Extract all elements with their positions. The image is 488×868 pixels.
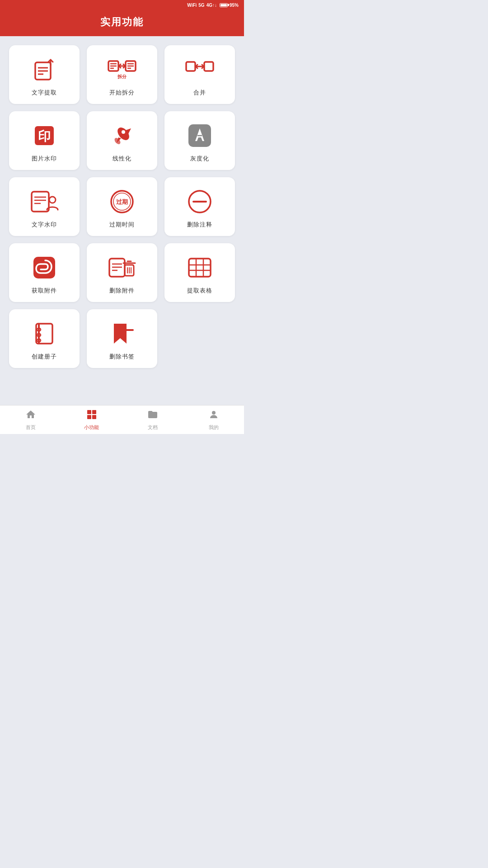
delete-bookmark-icon bbox=[108, 319, 136, 348]
feature-merge[interactable]: 合并 bbox=[164, 45, 235, 104]
expire-time-icon: 过期 bbox=[108, 187, 136, 216]
get-attachment-label: 获取附件 bbox=[32, 287, 57, 295]
get-attachment-icon bbox=[30, 253, 59, 282]
svg-point-29 bbox=[49, 197, 56, 203]
feature-delete-attachment[interactable]: 删除附件 bbox=[87, 243, 157, 302]
svg-rect-15 bbox=[186, 62, 195, 71]
merge-icon bbox=[185, 55, 214, 84]
feature-text-watermark[interactable]: 文字水印 bbox=[9, 177, 80, 236]
linearize-label: 线性化 bbox=[113, 155, 131, 163]
delete-attachment-label: 删除附件 bbox=[109, 287, 135, 295]
text-extract-icon bbox=[30, 55, 59, 84]
svg-rect-25 bbox=[32, 192, 49, 212]
nav-home-label: 首页 bbox=[26, 424, 36, 431]
svg-text:过期: 过期 bbox=[116, 198, 128, 205]
feature-text-extract[interactable]: 文字提取 bbox=[9, 45, 80, 104]
grayscale-icon bbox=[185, 121, 214, 150]
svg-point-21 bbox=[122, 130, 125, 134]
image-watermark-icon: 印 bbox=[30, 121, 59, 150]
svg-rect-16 bbox=[204, 62, 213, 71]
delete-annotation-icon bbox=[185, 187, 214, 216]
text-watermark-icon bbox=[30, 187, 59, 216]
nav-mine[interactable]: 我的 bbox=[183, 406, 244, 434]
create-portfolio-label: 创建册子 bbox=[32, 353, 57, 361]
feature-get-attachment[interactable]: 获取附件 bbox=[9, 243, 80, 302]
merge-label: 合并 bbox=[193, 89, 206, 97]
nav-home[interactable]: 首页 bbox=[0, 406, 61, 434]
feature-image-watermark[interactable]: 印 图片水印 bbox=[9, 111, 80, 170]
text-extract-label: 文字提取 bbox=[32, 89, 57, 97]
text-watermark-label: 文字水印 bbox=[32, 221, 57, 229]
split-label: 开始拆分 bbox=[109, 89, 135, 97]
svg-rect-58 bbox=[92, 410, 96, 414]
extract-table-icon bbox=[185, 253, 214, 282]
extract-table-label: 提取表格 bbox=[187, 287, 212, 295]
feature-delete-annotation[interactable]: 删除注释 bbox=[164, 177, 235, 236]
status-bar: WiFi 5G 4G↑↓ 95% bbox=[0, 0, 244, 10]
split-icon: 拆分 bbox=[108, 55, 136, 84]
nav-features-label: 小功能 bbox=[84, 424, 99, 431]
delete-annotation-label: 删除注释 bbox=[187, 221, 212, 229]
home-icon bbox=[25, 409, 36, 423]
grayscale-label: 灰度化 bbox=[190, 155, 209, 163]
feature-grid: 文字提取 拆分 bbox=[9, 45, 235, 368]
image-watermark-label: 图片水印 bbox=[32, 155, 57, 163]
linearize-icon bbox=[108, 121, 136, 150]
signal-5g: 5G bbox=[198, 3, 204, 8]
svg-text:印: 印 bbox=[38, 129, 51, 143]
page-title: 实用功能 bbox=[9, 15, 235, 29]
feature-create-portfolio[interactable]: 创建册子 bbox=[9, 309, 80, 368]
battery-icon bbox=[220, 3, 228, 7]
wifi-icon: WiFi bbox=[187, 3, 197, 8]
delete-bookmark-label: 删除书签 bbox=[109, 353, 135, 361]
svg-rect-46 bbox=[189, 259, 211, 277]
page-header: 实用功能 bbox=[0, 10, 244, 36]
bottom-navigation: 首页 小功能 文档 我的 bbox=[0, 405, 244, 434]
svg-rect-60 bbox=[92, 415, 96, 419]
delete-attachment-icon bbox=[108, 253, 136, 282]
svg-rect-57 bbox=[87, 410, 91, 414]
nav-documents[interactable]: 文档 bbox=[122, 406, 183, 434]
create-portfolio-icon bbox=[30, 319, 59, 348]
expire-time-label: 过期时间 bbox=[109, 221, 135, 229]
nav-mine-label: 我的 bbox=[209, 424, 219, 431]
feature-extract-table[interactable]: 提取表格 bbox=[164, 243, 235, 302]
feature-linearize[interactable]: 线性化 bbox=[87, 111, 157, 170]
documents-icon bbox=[147, 409, 158, 423]
nav-documents-label: 文档 bbox=[148, 424, 158, 431]
nav-features[interactable]: 小功能 bbox=[61, 406, 122, 434]
feature-expire-time[interactable]: 过期 过期时间 bbox=[87, 177, 157, 236]
signal-4g: 4G↑↓ bbox=[206, 3, 217, 8]
mine-icon bbox=[208, 409, 219, 423]
feature-delete-bookmark[interactable]: 删除书签 bbox=[87, 309, 157, 368]
features-icon bbox=[86, 409, 97, 423]
feature-grayscale[interactable]: 灰度化 bbox=[164, 111, 235, 170]
main-content: 文字提取 拆分 bbox=[0, 36, 244, 405]
svg-point-61 bbox=[212, 411, 216, 415]
feature-split[interactable]: 拆分 开始拆分 bbox=[87, 45, 157, 104]
svg-text:拆分: 拆分 bbox=[117, 74, 127, 79]
svg-rect-59 bbox=[87, 415, 91, 419]
battery-percent: 95% bbox=[230, 3, 239, 8]
